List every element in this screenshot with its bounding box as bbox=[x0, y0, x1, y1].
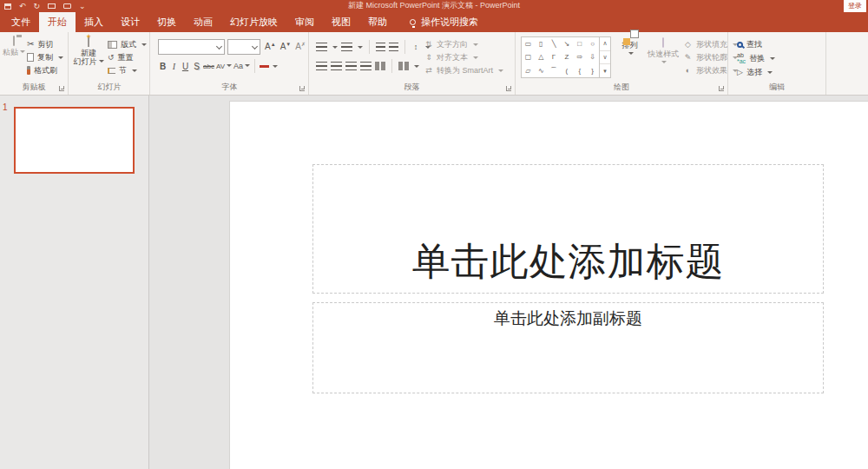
text-shadow-button[interactable]: S bbox=[192, 62, 201, 71]
slide-thumbnails-panel: 1 bbox=[0, 96, 149, 469]
tell-me-label: 操作说明搜索 bbox=[421, 16, 478, 29]
align-left-icon[interactable] bbox=[316, 62, 327, 70]
shape-arc-icon[interactable]: ⌒ bbox=[548, 64, 561, 77]
title-placeholder[interactable]: 单击此处添加标题 bbox=[312, 164, 824, 294]
align-center-icon[interactable] bbox=[331, 62, 342, 70]
line-spacing-icon[interactable]: ↕ bbox=[411, 43, 420, 51]
shape-effects-icon: ◐ bbox=[683, 66, 693, 75]
italic-button[interactable]: I bbox=[169, 62, 179, 71]
shape-freeform-icon[interactable]: ▱ bbox=[522, 64, 535, 77]
tab-design[interactable]: 设计 bbox=[112, 12, 148, 32]
shape-oval-icon[interactable]: ○ bbox=[586, 37, 599, 50]
layout-button[interactable]: 版式 bbox=[108, 38, 147, 50]
paste-button[interactable]: 粘贴 bbox=[3, 36, 25, 56]
underline-button[interactable]: U bbox=[181, 62, 190, 71]
chevron-down-icon bbox=[252, 43, 258, 49]
gallery-scroll-down-icon[interactable]: ∨ bbox=[600, 51, 610, 65]
section-button[interactable]: 节 bbox=[108, 64, 147, 76]
tab-insert[interactable]: 插入 bbox=[76, 12, 112, 32]
slide-canvas[interactable]: 单击此处添加标题 单击此处添加副标题 bbox=[229, 101, 868, 469]
shrink-font-button[interactable]: A▼ bbox=[280, 42, 292, 51]
align-text-button[interactable]: ⇕对齐文本 bbox=[424, 51, 503, 63]
font-name-combo[interactable] bbox=[158, 39, 225, 55]
shape-right-brace-icon[interactable]: } bbox=[586, 64, 599, 77]
copy-button[interactable]: 复制 bbox=[27, 51, 63, 63]
convert-smartart-button[interactable]: ⇄转换为 SmartArt bbox=[424, 64, 503, 76]
character-spacing-button[interactable]: AV bbox=[216, 63, 232, 70]
font-size-combo[interactable] bbox=[227, 39, 260, 55]
shape-textbox-icon[interactable]: ▭ bbox=[522, 37, 535, 50]
section-icon bbox=[108, 68, 115, 74]
cut-button[interactable]: ✂剪切 bbox=[27, 38, 63, 50]
strikethrough-button[interactable]: abc bbox=[203, 63, 214, 70]
shape-rectangle-icon[interactable]: □ bbox=[573, 37, 586, 50]
tab-slideshow[interactable]: 幻灯片放映 bbox=[221, 12, 286, 32]
numbering-icon[interactable] bbox=[341, 43, 352, 51]
shape-arrow-line-icon[interactable]: ↘ bbox=[560, 37, 573, 50]
slide-thumbnail-1[interactable] bbox=[14, 107, 135, 174]
lightbulb-icon bbox=[410, 19, 416, 25]
increase-indent-icon[interactable] bbox=[389, 43, 398, 51]
tab-transitions[interactable]: 切换 bbox=[148, 12, 185, 32]
bold-button[interactable]: B bbox=[158, 62, 168, 71]
copy-icon bbox=[27, 53, 34, 62]
text-direction-button[interactable]: ⇅文字方向 bbox=[424, 38, 503, 50]
subtitle-placeholder[interactable]: 单击此处添加副标题 bbox=[312, 302, 824, 393]
tab-review[interactable]: 审阅 bbox=[286, 12, 323, 32]
tab-home[interactable]: 开始 bbox=[39, 12, 76, 32]
decrease-indent-icon[interactable] bbox=[376, 43, 385, 51]
select-button[interactable]: ▷选择 bbox=[737, 66, 775, 78]
shape-right-arrow-icon[interactable]: ⇨ bbox=[573, 50, 586, 63]
tab-file[interactable]: 文件 bbox=[3, 12, 39, 32]
group-label-font: 字体 bbox=[151, 82, 308, 93]
shape-curve-icon[interactable]: ( bbox=[560, 64, 573, 77]
paragraph-dialog-launcher-icon[interactable] bbox=[506, 86, 511, 91]
tab-animations[interactable]: 动画 bbox=[185, 12, 221, 32]
text-direction-icon: ⇅ bbox=[424, 40, 433, 49]
font-dialog-launcher-icon[interactable] bbox=[299, 86, 305, 91]
grow-font-button[interactable]: A▲ bbox=[265, 42, 276, 51]
replace-button[interactable]: ab*ac替换 bbox=[737, 52, 775, 64]
new-slide-icon bbox=[88, 36, 89, 47]
gallery-more-icon[interactable]: ▾ bbox=[600, 64, 610, 77]
clipboard-dialog-launcher-icon[interactable] bbox=[59, 86, 64, 91]
arrange-button[interactable]: 排列 bbox=[616, 38, 643, 58]
bullets-icon[interactable] bbox=[316, 43, 327, 51]
group-paragraph: ↕ ⇅文字方向 ⇕对齐文本 ⇄转换为 SmartArt 段落 bbox=[309, 32, 516, 95]
find-button[interactable]: 查找 bbox=[737, 38, 775, 50]
align-text-icon: ⇕ bbox=[424, 53, 433, 62]
clear-formatting-button[interactable]: A✗ bbox=[295, 41, 306, 51]
shape-scribble-icon[interactable]: ∿ bbox=[535, 64, 548, 77]
tab-view[interactable]: 视图 bbox=[323, 12, 359, 32]
shape-triangle-icon[interactable]: △ bbox=[535, 50, 548, 63]
shape-rounded-rectangle-icon[interactable]: ▢ bbox=[522, 50, 535, 63]
group-font: A▲ A▼ A✗ B I U S abc AV Aa 字体 bbox=[151, 32, 309, 95]
quick-styles-button[interactable]: 快速样式 bbox=[645, 38, 681, 67]
font-color-button[interactable] bbox=[260, 65, 269, 68]
reset-icon: ↺ bbox=[108, 54, 115, 62]
shape-left-brace-icon[interactable]: { bbox=[573, 64, 586, 77]
group-editing: 查找 ab*ac替换 ▷选择 编辑 bbox=[728, 32, 826, 95]
gallery-scroll-up-icon[interactable]: ∧ bbox=[600, 37, 610, 51]
reset-button[interactable]: ↺重置 bbox=[108, 51, 147, 63]
tell-me-search[interactable]: 操作说明搜索 bbox=[410, 12, 478, 32]
chevron-down-icon[interactable] bbox=[273, 65, 278, 68]
new-slide-button[interactable]: 新建幻灯片 bbox=[73, 37, 104, 66]
distributed-icon[interactable] bbox=[375, 62, 385, 70]
shape-vertical-textbox-icon[interactable]: ▯ bbox=[535, 37, 548, 50]
ribbon-tab-bar: 文件 开始 插入 设计 切换 动画 幻灯片放映 审阅 视图 帮助 操作说明搜索 bbox=[0, 12, 868, 32]
sign-in-button[interactable]: 登录 bbox=[844, 0, 866, 12]
change-case-button[interactable]: Aa bbox=[233, 62, 250, 70]
group-label-slides: 幻灯片 bbox=[69, 82, 149, 93]
tab-help[interactable]: 帮助 bbox=[359, 12, 396, 32]
shape-elbow-connector-icon[interactable]: Γ bbox=[548, 50, 561, 63]
group-label-drawing: 绘图 bbox=[516, 82, 727, 93]
columns-icon[interactable] bbox=[398, 62, 409, 70]
justify-icon[interactable] bbox=[360, 62, 372, 70]
format-painter-button[interactable]: 格式刷 bbox=[27, 64, 63, 76]
shape-line-icon[interactable]: ╲ bbox=[548, 37, 561, 50]
drawing-dialog-launcher-icon[interactable] bbox=[719, 86, 724, 91]
shape-elbow-arrow-icon[interactable]: Z bbox=[560, 50, 573, 63]
align-right-icon[interactable] bbox=[345, 62, 357, 70]
shape-down-arrow-icon[interactable]: ⇩ bbox=[586, 50, 599, 63]
